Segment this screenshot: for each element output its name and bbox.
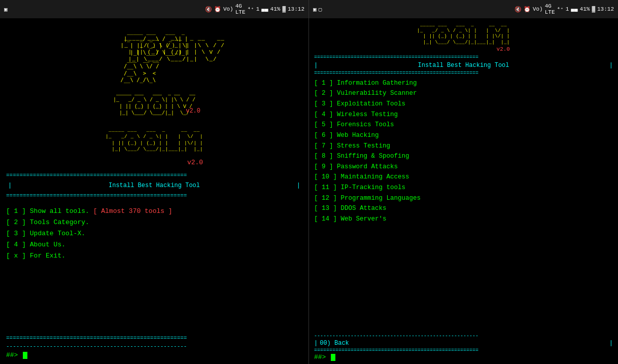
right-window-icon2: ▢ — [319, 6, 322, 13]
left-menu-item-2[interactable]: [ 2 ] Tools Category. — [6, 217, 302, 228]
right-version-label: v2.0 — [417, 46, 510, 52]
right-battery-icon: ▓ — [592, 6, 595, 12]
right-status-left: ▣ ▢ — [313, 6, 322, 13]
right-network-icon: ⁴⁺ — [557, 6, 564, 13]
right-prompt-text: ##> — [314, 353, 330, 361]
right-sim-icon: 1 — [566, 6, 569, 12]
right-back-row: | 00) Back | — [314, 339, 613, 348]
right-cat-2[interactable]: [ 2 ] Vulnerability Scanner — [314, 88, 613, 99]
left-ascii-logo: _____ ___ ___ _ __ __ |_ _/ _ \ / _ \| |… — [6, 121, 302, 166]
right-back-sep-bottom: ========================================… — [314, 348, 613, 353]
left-menu-item-x[interactable]: [ x ] For Exit. — [6, 250, 302, 262]
left-bottom-divider-1: ========================================… — [6, 335, 302, 341]
left-version: v2.0 — [186, 107, 200, 115]
left-status-left: ▣ — [4, 6, 8, 13]
right-cat-7[interactable]: [ 7 ] Stress Testing — [314, 141, 613, 152]
left-alarm-icon: ⏰ — [214, 6, 221, 13]
right-alarm-icon: ⏰ — [524, 6, 531, 13]
left-logo-section: _____ ___ ___ _ __ __ |_ _/ _ \ / _ \| |… — [6, 90, 302, 117]
left-ascii-art: _____ ___ ___ _ __ __ |_ _/ _ \ / _ \| |… — [106, 121, 203, 160]
left-prompt-line: ##> — [6, 351, 302, 359]
left-divider-top: ========================================… — [6, 172, 302, 178]
right-back-sep-top: ----------------------------------------… — [314, 333, 613, 339]
left-phone-panel: ▣ 🔇 ⏰ Vo) 4GLTE ⁴⁺ 1 ▄▄ 41% ▓ 13:12 ____… — [0, 0, 309, 364]
right-cat-13[interactable]: [ 13 ] DDOS Attacks — [314, 203, 613, 214]
right-battery-text: 41% — [580, 6, 590, 12]
right-bottom-section: ----------------------------------------… — [314, 327, 613, 361]
left-logo-text: _____ ___ ___ _ __ __ |_ _/ _ \ / _ \| |… — [113, 90, 195, 117]
left-menu-item-3[interactable]: [ 3 ] Update Tool-X. — [6, 228, 302, 239]
right-title-row: | Install Best Hacking Tool | — [314, 60, 613, 70]
right-prompt-line: ##> — [314, 353, 613, 361]
right-cat-11[interactable]: [ 11 ] IP-Tracking tools — [314, 183, 613, 193]
right-pipe-right: | — [609, 62, 613, 69]
right-logo-art: _____ ___ ___ _ __ __ |_ _/ _ \ / _ \| |… — [417, 22, 510, 46]
right-sep-top: ========================================… — [314, 55, 613, 60]
left-vol-label: Vo) — [223, 6, 233, 12]
right-pipe-left: | — [314, 62, 318, 69]
left-battery-icon: ▓ — [282, 6, 286, 12]
right-window-icon: ▣ — [313, 6, 317, 13]
left-signal-icon: ▄▄ — [261, 6, 268, 12]
left-pipe-left: | — [8, 182, 12, 189]
right-logo-section: _____ ___ ___ _ __ __ |_ _/ _ \ / _ \| |… — [314, 22, 613, 52]
right-cat-8[interactable]: [ 8 ] Sniffing & Spoofing — [314, 151, 613, 162]
left-network-icon: ⁴⁺ — [248, 6, 254, 13]
right-title-text: Install Best Hacking Tool — [318, 62, 609, 69]
left-logo-wrapper: _____ ___ ___ _ __ __ |_ _/ _ \ / _ \| |… — [113, 90, 195, 117]
right-cat-4[interactable]: [ 4 ] Wireless Testing — [314, 110, 613, 120]
left-version-label: v2.0 — [106, 159, 203, 166]
right-lte-label: 4GLTE — [545, 3, 555, 15]
left-status-bar: ▣ 🔇 ⏰ Vo) 4GLTE ⁴⁺ 1 ▄▄ 41% ▓ 13:12 — [0, 0, 308, 18]
right-cat-6[interactable]: [ 6 ] Web Hacking — [314, 130, 613, 141]
left-title-text: Install Best Hacking Tool — [14, 182, 295, 189]
right-mute-icon: 🔇 — [514, 6, 522, 13]
right-time: 13:12 — [597, 6, 614, 12]
right-back-label[interactable]: 00) Back — [318, 340, 609, 347]
right-status-bar: ▣ ▢ 🔇 ⏰ Vo) 4GLTE ⁴⁺ 1 ▄▄ 41% ▓ 13:12 — [309, 0, 618, 18]
left-menu-item-1-extra: [ Almost 370 tools ] — [93, 207, 173, 215]
left-prompt-text: ##> — [6, 351, 22, 359]
left-menu-item-4[interactable]: [ 4 ] About Us. — [6, 239, 302, 250]
left-title-row: | Install Best Hacking Tool | — [6, 180, 302, 191]
left-terminal: _____ ___ ___ _ |_ _/ _ \ / _ \| | | || … — [0, 18, 308, 364]
left-menu-section: [ 1 ] Show all tools. [ Almost 370 tools… — [6, 206, 302, 262]
left-mute-icon: 🔇 — [205, 6, 212, 13]
left-divider-bottom: ========================================… — [6, 193, 302, 199]
right-back-pipe-right: | — [609, 340, 613, 347]
right-status-right: 🔇 ⏰ Vo) 4GLTE ⁴⁺ 1 ▄▄ 41% ▓ 13:12 — [514, 3, 614, 15]
left-ascii-wrapper: _____ ___ ___ _ __ __ |_ _/ _ \ / _ \| |… — [106, 121, 203, 166]
right-cat-5[interactable]: [ 5 ] Forensics Tools — [314, 120, 613, 130]
left-sim-icon: 1 — [256, 6, 260, 12]
left-battery-text: 41% — [270, 6, 281, 12]
left-status-right: 🔇 ⏰ Vo) 4GLTE ⁴⁺ 1 ▄▄ 41% ▓ 13:12 — [205, 3, 304, 15]
right-vol-label: Vo) — [533, 6, 543, 12]
left-lte-label: 4GLTE — [235, 3, 246, 15]
right-category-list: [ 1 ] Information Gathering [ 2 ] Vulner… — [314, 78, 613, 225]
right-back-pipe-left: | — [314, 340, 318, 347]
left-logo-overlay: _____ ___ ___ _ __ __ |_ _/ _ \ / _ \| |… — [121, 28, 188, 70]
right-logo-wrapper: _____ ___ ___ _ __ __ |_ _/ _ \ / _ \| |… — [417, 22, 510, 52]
right-cat-10[interactable]: [ 10 ] Maintaining Access — [314, 172, 613, 183]
right-terminal: _____ ___ ___ _ __ __ |_ _/ _ \ / _ \| |… — [309, 18, 618, 364]
left-bottom-divider-2: ----------------------------------------… — [6, 343, 302, 349]
left-pipe-right: | — [297, 182, 300, 189]
left-time: 13:12 — [288, 6, 304, 12]
right-cat-3[interactable]: [ 3 ] Exploitation Tools — [314, 99, 613, 110]
right-cat-9[interactable]: [ 9 ] Password Attacks — [314, 162, 613, 172]
left-cursor — [23, 352, 27, 359]
left-bottom-section: ========================================… — [6, 335, 302, 359]
left-window-icon: ▣ — [4, 6, 8, 13]
right-sep-bottom: ========================================… — [314, 70, 613, 76]
right-cursor — [331, 354, 335, 361]
left-menu-item-1[interactable]: [ 1 ] Show all tools. [ Almost 370 tools… — [6, 206, 302, 217]
right-cat-1[interactable]: [ 1 ] Information Gathering — [314, 78, 613, 89]
left-logo-container: _____ ___ ___ _ |_ _/ _ \ / _ \| | | || … — [6, 28, 302, 84]
right-cat-12[interactable]: [ 12 ] Programming Languages — [314, 193, 613, 204]
right-phone-panel: ▣ ▢ 🔇 ⏰ Vo) 4GLTE ⁴⁺ 1 ▄▄ 41% ▓ 13:12 __… — [309, 0, 618, 364]
right-signal-icon: ▄▄ — [571, 6, 577, 12]
right-cat-14[interactable]: [ 14 ] Web Server's — [314, 214, 613, 225]
